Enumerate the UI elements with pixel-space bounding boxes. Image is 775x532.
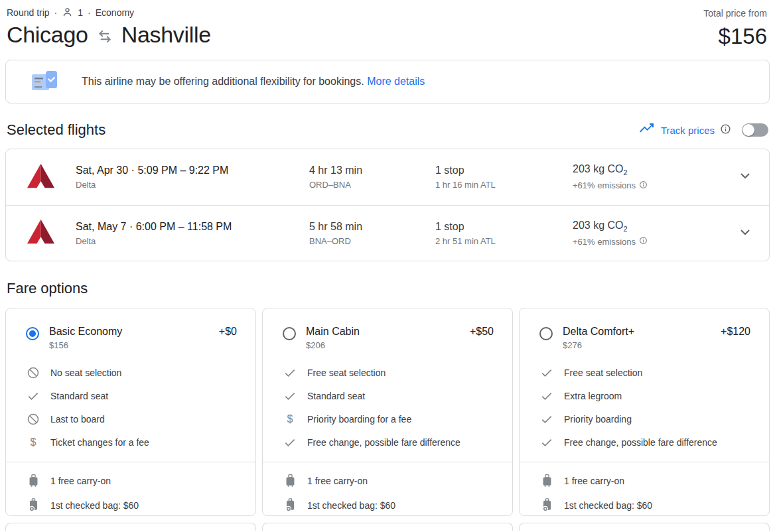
flight-emissions: 203 kg CO2 (573, 220, 727, 233)
fare-cards: Basic Economy $156 +$0 $ (5, 308, 770, 516)
flight-stops: 1 stop (435, 165, 573, 176)
checked-bag-icon (285, 498, 296, 512)
fare-name: Basic Economy (49, 326, 219, 338)
fare-feature-row: $ 1st checked bag: $60 (26, 498, 237, 512)
check-icon (27, 389, 40, 403)
fare-radio[interactable] (283, 327, 296, 340)
checked-bag-icon (541, 498, 553, 512)
flights-list: Sat, Apr 30 · 5:09 PM – 9:22 PM Delta 4 … (5, 149, 770, 261)
fare-feature-label: Free seat selection (307, 367, 386, 378)
checked-bag-icon (28, 498, 39, 512)
fare-name: Main Cabin (306, 326, 470, 338)
fare-feature-row: $ Free change, possible fare difference (539, 436, 750, 449)
flight-emissions-delta: +61% emissions (573, 180, 727, 191)
fare-feature-label: Ticket changes for a fee (50, 437, 149, 448)
expand-flight-chevron[interactable] (727, 168, 753, 186)
fare-feature-label: Free seat selection (564, 367, 642, 378)
fare-card[interactable]: Delta Comfort+ $276 +$120 $ (519, 308, 770, 516)
toggle-thumb (742, 124, 754, 136)
flexibility-banner: This airline may be offering additional … (5, 60, 770, 103)
emissions-info-icon[interactable] (639, 180, 648, 191)
fare-radio[interactable] (26, 327, 39, 340)
check-icon (540, 389, 553, 403)
fare-card[interactable]: Main Cabin $206 +$50 $ (262, 308, 513, 516)
fare-baggage: $ 1 free carry-on (263, 462, 512, 512)
route-title: Chicago Nashville (7, 22, 211, 48)
flight-duration: 5 hr 58 min (309, 221, 435, 233)
flight-emissions-delta: +61% emissions (573, 236, 727, 247)
fare-card[interactable]: Basic Economy $156 +$0 $ (5, 308, 256, 516)
fare-feature-row: $ 1 free carry-on (283, 474, 494, 488)
flight-row[interactable]: Sat, Apr 30 · 5:09 PM – 9:22 PM Delta 4 … (6, 149, 769, 205)
separator-dot: · (88, 7, 91, 18)
fare-base-price: $276 (563, 340, 721, 350)
fare-feature-row: $ Last to board (26, 413, 237, 426)
flight-layover: 2 hr 51 min ATL (435, 236, 573, 246)
check-icon (540, 436, 553, 449)
trip-summary: Round trip · 1 · Economy (7, 7, 211, 18)
flight-row[interactable]: Sat, May 7 · 6:00 PM – 11:58 PM Delta 5 … (6, 205, 769, 261)
page-header: Round trip · 1 · Economy Chicago Nashvil… (5, 5, 770, 49)
fare-feature-label: 1 free carry-on (564, 476, 624, 486)
track-prices-toggle[interactable] (742, 123, 768, 137)
round-trip-swap-icon (96, 28, 113, 45)
fare-feature-label: Priority boarding (564, 414, 632, 425)
fare-base-price: $156 (49, 340, 219, 350)
dollar-icon: $ (287, 413, 293, 425)
next-section-sliver (5, 523, 770, 531)
fare-feature-row: $ 1st checked bag: $60 (539, 498, 750, 512)
fare-feature-label: Free change, possible fare difference (564, 437, 717, 448)
fare-feature-label: Priority boarding for a fee (307, 414, 411, 425)
check-icon (283, 436, 297, 449)
fare-feature-row: $ Priority boarding for a fee (283, 413, 494, 426)
fare-feature-label: 1st checked bag: $60 (50, 500, 139, 511)
fare-feature-label: 1st checked bag: $60 (564, 500, 652, 511)
airline-name: Delta (76, 236, 309, 246)
expand-flight-chevron[interactable] (727, 224, 753, 243)
origin-city: Chicago (7, 22, 88, 48)
fare-radio[interactable] (539, 327, 553, 340)
check-icon (540, 413, 553, 426)
fare-feature-label: Standard seat (307, 391, 365, 401)
fare-feature-label: Extra legroom (564, 391, 622, 401)
passenger-icon (62, 7, 73, 18)
fare-base-price: $206 (306, 340, 470, 350)
fare-price-delta: +$120 (721, 326, 750, 338)
fare-feature-row: $ Standard seat (26, 389, 237, 403)
banner-message: This airline may be offering additional … (82, 76, 425, 88)
trending-icon (638, 121, 654, 139)
selected-flights-title: Selected flights (7, 121, 106, 139)
fare-feature-label: Standard seat (50, 391, 108, 401)
airline-name: Delta (76, 180, 309, 190)
fare-feature-row: $ Free change, possible fare difference (283, 436, 494, 449)
fare-feature-row: $ No seat selection (26, 366, 237, 379)
emissions-info-icon[interactable] (639, 236, 648, 247)
carry-on-bag-icon (28, 474, 39, 488)
fare-feature-row: $ Extra legroom (539, 389, 750, 403)
more-details-link[interactable]: More details (367, 76, 425, 87)
flight-date-times: Sat, May 7 · 6:00 PM – 11:58 PM (76, 221, 309, 233)
booking-flexibility-icon (30, 69, 60, 94)
fare-price-delta: +$0 (219, 326, 237, 338)
track-prices-label[interactable]: Track prices (661, 125, 715, 136)
fare-feature-label: Last to board (50, 414, 105, 425)
not-included-icon (27, 366, 40, 379)
info-icon[interactable] (720, 123, 731, 137)
fare-options-title: Fare options (7, 280, 88, 297)
fare-baggage: $ 1 free carry-on (6, 462, 255, 512)
total-price-label: Total price from (703, 7, 767, 19)
fare-feature-label: 1st checked bag: $60 (307, 500, 395, 511)
carry-on-bag-icon (541, 474, 553, 488)
carry-on-bag-icon (285, 474, 296, 488)
flight-date-times: Sat, Apr 30 · 5:09 PM – 9:22 PM (76, 165, 309, 176)
check-icon (283, 389, 297, 403)
fare-features: $ Free seat selection (539, 366, 750, 449)
fare-baggage: $ 1 free carry-on (520, 462, 769, 512)
fare-feature-row: $ Standard seat (283, 389, 494, 403)
total-price-value: $156 (703, 24, 767, 49)
fare-feature-label: Free change, possible fare difference (307, 437, 460, 448)
fare-features: $ No seat selection (26, 366, 237, 449)
fare-price-delta: +$50 (470, 326, 494, 338)
fare-feature-label: 1 free carry-on (307, 476, 368, 486)
flight-emissions: 203 kg CO2 (573, 163, 727, 176)
